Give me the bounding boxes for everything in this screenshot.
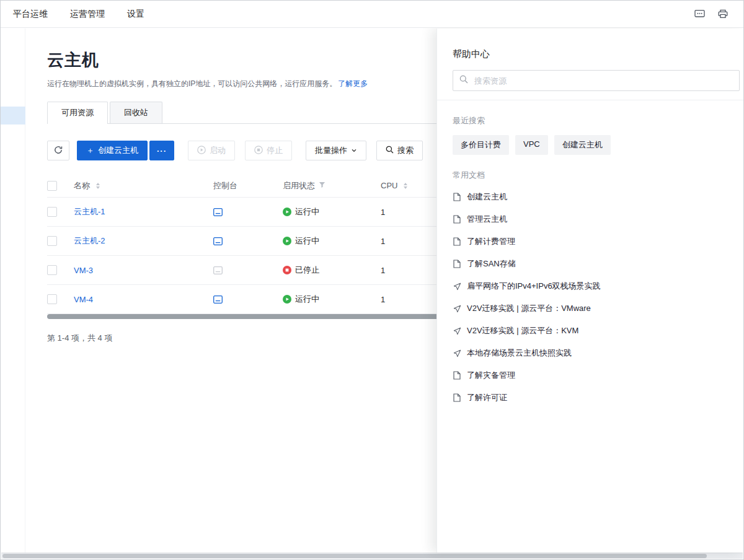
console-icon-disabled	[213, 266, 223, 274]
doc-list: 创建云主机 管理云主机 了解计费管理 了解SAN存储 扁平网络下的IPv4+IP…	[453, 186, 743, 409]
document-icon	[453, 237, 461, 246]
doc-link[interactable]: 创建云主机	[453, 186, 743, 208]
page-description-text: 运行在物理机上的虚拟机实例，具有独立的IP地址，可以访问公共网络，运行应用服务。	[47, 79, 337, 88]
sort-cpu-icon[interactable]	[404, 183, 407, 189]
row-checkbox[interactable]	[47, 294, 57, 304]
console-monitor-icon[interactable]	[691, 6, 707, 22]
doc-link[interactable]: 了解许可证	[453, 387, 743, 409]
cpu-value: 1	[381, 237, 385, 246]
more-actions-button[interactable]: ···	[149, 141, 174, 160]
row-checkbox[interactable]	[47, 265, 57, 275]
filter-funnel-icon[interactable]	[319, 181, 326, 190]
doc-link[interactable]: 本地存储场景云主机快照实践	[453, 342, 743, 364]
col-header-cpu: CPU	[381, 181, 397, 190]
left-rail-active-item[interactable]	[1, 107, 25, 125]
paper-plane-icon	[453, 349, 461, 357]
vm-name-link[interactable]: VM-3	[74, 266, 93, 275]
doc-link[interactable]: V2V迁移实践 | 源云平台：VMware	[453, 297, 743, 320]
search-button[interactable]: 搜索	[376, 141, 423, 160]
plus-icon: ＋	[86, 145, 94, 156]
page-horizontal-scrollbar	[1, 553, 743, 559]
status-stopped-icon	[283, 266, 291, 274]
doc-link[interactable]: 管理云主机	[453, 208, 743, 230]
recent-tag[interactable]: VPC	[515, 135, 548, 155]
document-icon	[453, 193, 461, 201]
row-checkbox[interactable]	[47, 207, 57, 217]
status-text: 已停止	[295, 265, 319, 276]
stop-circle-icon	[254, 146, 263, 156]
printer-icon[interactable]	[715, 6, 731, 22]
tab-available-resources[interactable]: 可用资源	[47, 102, 108, 124]
paper-plane-icon	[453, 282, 461, 291]
recent-tag[interactable]: 创建云主机	[554, 135, 611, 155]
document-icon	[453, 371, 461, 380]
console-icon[interactable]	[213, 237, 223, 245]
status-running-icon	[283, 237, 291, 245]
select-all-checkbox[interactable]	[47, 181, 57, 191]
app-window: 平台运维 运营管理 设置 云主机 运行在物理机上的虚拟机实例，具有独立的IP地址…	[0, 0, 744, 560]
doc-link[interactable]: 了解计费管理	[453, 230, 743, 253]
status-text: 运行中	[295, 235, 319, 247]
tab-recycle-bin[interactable]: 回收站	[110, 102, 162, 123]
status-text: 运行中	[295, 294, 319, 305]
vm-name-link[interactable]: VM-4	[74, 295, 93, 304]
topnav-operation-mgmt[interactable]: 运营管理	[70, 9, 105, 20]
search-icon	[459, 75, 468, 86]
recent-tag[interactable]: 多价目计费	[453, 135, 509, 155]
doc-link[interactable]: 了解SAN存储	[453, 253, 743, 275]
vm-name-link[interactable]: 云主机-1	[74, 206, 105, 217]
batch-actions-button[interactable]: 批量操作	[306, 141, 366, 160]
vm-name-link[interactable]: 云主机-2	[74, 235, 105, 247]
recent-search-tags: 多价目计费 VPC 创建云主机	[453, 135, 743, 155]
col-header-name: 名称	[74, 180, 90, 191]
document-icon	[453, 393, 461, 402]
doc-link[interactable]: 了解灾备管理	[453, 364, 743, 387]
status-running-icon	[283, 208, 291, 216]
help-center-drawer: 帮助中心 最近搜索 多价目计费 VPC 创建云主机 常用文档 创建云主机 管理云…	[436, 28, 743, 553]
stop-button[interactable]: 停止	[245, 141, 292, 160]
row-checkbox[interactable]	[47, 236, 57, 246]
console-icon[interactable]	[213, 208, 223, 216]
sort-name-icon[interactable]	[96, 183, 100, 189]
common-docs-title: 常用文档	[453, 170, 743, 181]
console-icon[interactable]	[213, 295, 223, 304]
refresh-icon	[54, 146, 63, 156]
status-text: 运行中	[295, 206, 319, 217]
document-icon	[453, 215, 461, 224]
refresh-button[interactable]	[47, 141, 69, 160]
status-running-icon	[283, 295, 291, 304]
paper-plane-icon	[453, 305, 461, 313]
learn-more-link[interactable]: 了解更多	[338, 79, 368, 88]
drawer-divider	[437, 100, 743, 100]
topbar: 平台运维 运营管理 设置	[1, 1, 743, 28]
help-center-title: 帮助中心	[453, 48, 743, 60]
recent-search-title: 最近搜索	[453, 115, 743, 126]
start-button[interactable]: 启动	[188, 141, 235, 160]
doc-link[interactable]: V2V迁移实践 | 源云平台：KVM	[453, 320, 743, 342]
create-vm-button[interactable]: ＋创建云主机	[77, 141, 148, 160]
doc-link[interactable]: 扁平网络下的IPv4+IPv6双栈场景实践	[453, 275, 743, 297]
play-circle-icon	[197, 146, 206, 156]
cpu-value: 1	[381, 295, 385, 304]
help-search-box	[453, 70, 740, 91]
help-search-input[interactable]	[473, 76, 733, 86]
cpu-value: 1	[381, 266, 385, 275]
cpu-value: 1	[381, 208, 385, 217]
search-icon	[386, 146, 394, 155]
chevron-down-icon	[351, 146, 357, 155]
left-rail	[1, 28, 25, 553]
col-header-status: 启用状态	[283, 180, 315, 191]
topnav-settings[interactable]: 设置	[127, 9, 144, 20]
document-icon	[453, 260, 461, 268]
topnav-platform-ops[interactable]: 平台运维	[13, 9, 48, 20]
page-scrollbar-thumb[interactable]	[2, 554, 707, 558]
col-header-console: 控制台	[213, 180, 237, 191]
paper-plane-icon	[453, 327, 461, 335]
